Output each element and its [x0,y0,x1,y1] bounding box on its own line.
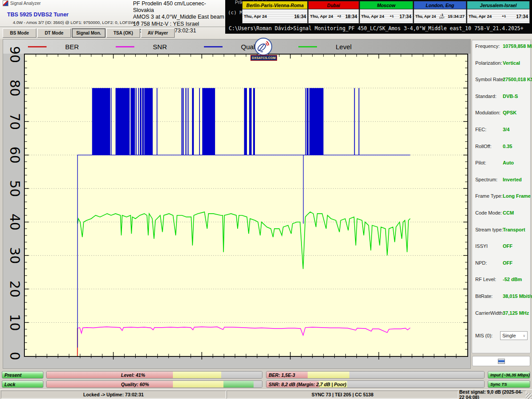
clock-time: 18:34 [345,14,357,19]
satellite-dish-icon [254,38,272,55]
present-label: Present [4,372,22,378]
meter-segment-track [349,372,484,378]
mis-select[interactable]: Single ∨ [500,331,528,340]
meter-segment-track [347,381,484,387]
param-value: -52 dBm [503,277,522,282]
param-row: BitRate:38,015 Mbit/s [475,293,530,310]
present-indicator: Present [2,371,43,379]
param-value: 37,125 MHz [503,310,529,316]
snr-meter-label: SNR: 8,2 dB (Margin: 2,7 dB | Poor) [269,382,346,387]
meter-segment-yellow [173,381,223,387]
param-label: RollOff: [475,144,503,149]
param-label: Polarization: [475,60,503,66]
mis-selected-value: Single [502,333,516,338]
param-label: Spectrum: [475,177,503,182]
param-value: OFF [503,260,512,266]
clock-time: 17:34 [516,14,528,19]
clock-time: 16:34 [294,14,306,19]
signal-meters: Present Lock Level: 41% Quality: 60% BER… [0,371,532,389]
y-axis-label: 0 [7,352,23,360]
y-axis-label: 30 [7,247,23,264]
console-command-line[interactable]: C:\Users\Roman Dávid>Signal Monitoring_P… [229,25,524,31]
quality-meter-label: Quality: 60% [121,382,149,387]
param-row: Stream type:Transport [475,227,530,244]
lock-indicator: Lock [2,380,43,388]
mis-row: MIS (0): Single ∨ [475,331,528,340]
meter-segment-pink [47,372,173,378]
meter-segment-green [223,381,254,387]
meter-segment-yellow [173,372,221,378]
param-row: NPD:OFF [475,260,530,277]
status-best-signal: Best signal: 9,0 dB (2025-04-22 04:08) [459,391,526,399]
tab-tsa[interactable]: TSA (OK) [106,28,140,38]
clock-city-label: Dubai [308,1,359,9]
param-value: Inverted [503,177,522,182]
clock-berlin: Berlin-Paris-Vienna-Roma Thu, Apr 24 16:… [242,1,308,23]
y-axis-label: 70 [7,113,23,130]
tab-bs-mode[interactable]: BS Mode [3,28,36,38]
quality-meter: Quality: 60% [46,380,262,388]
param-value: DVB-S [503,94,518,99]
ber-meter: BER: 1,5E-3 [266,371,485,379]
param-row: RF Level:-52 dBm [475,277,530,293]
clock-city-label: London, Eng [414,1,466,9]
clock-moscow: Moscow Thu, Apr 24 +1 17:34 [360,1,414,23]
param-label: FEC: [475,127,503,132]
param-label: Symbol Rate: [475,77,503,82]
tab-dt-mode[interactable]: DT Mode [37,28,71,38]
clock-city-label: Berlin-Paris-Vienna-Roma [242,1,308,9]
snr-meter: SNR: 8,2 dB (Margin: 2,7 dB | Poor) [266,380,485,388]
clock-london: London, Eng Thu, Apr 24 -1DST 15:34:27 [414,1,467,23]
param-value: 10759,858 MHz [503,43,532,49]
param-row: Symbol Rate:27500,018 KS/s [475,77,530,94]
save-button[interactable] [472,356,530,366]
window-titlebar: Signal Analyzer [3,0,41,6]
param-label: Frequency: [475,43,503,49]
param-value: 0.35 [503,144,512,149]
param-label: BitRate: [475,293,503,299]
header-divider [0,27,225,27]
clock-time-row: Thu, Apr 24 +1 17:34 [467,9,530,23]
param-label: CarrierWidth: [475,310,503,316]
y-axis-label: 80 [7,79,23,96]
param-row: FEC:3/4 [475,127,530,144]
tab-signal-mon[interactable]: Signal Mon. [72,28,106,38]
mode-tabbar: BS Mode DT Mode Signal Mon. TSA (OK) AV … [3,28,175,38]
param-row: ISSYIOFF [475,243,530,260]
y-axis-label: 40 [7,214,23,231]
resize-grip[interactable] [526,393,532,399]
param-label: Standard: [475,94,503,99]
tuner-settings: 4.0W - Amos 3/7 (ID: 3560) @ LOF1: 97500… [13,20,139,25]
console-copyright-fragment: (c) M [228,10,243,16]
param-value: 3/4 [503,127,509,132]
tab-av-player[interactable]: AV Player [141,28,175,38]
param-value: 38,015 Mbit/s [503,293,532,299]
param-label: Code Mode: [475,210,503,215]
param-label: ISSYI [475,243,503,249]
clock-date: Thu, Apr 24 [469,14,492,19]
status-bar: Locked -> Uptime: 73:02:31 SYNC 73 | TEI… [0,389,532,399]
clock-offset: +1 [502,15,506,18]
input-label: Input (~36,35 Mbps) [490,372,530,377]
signal-monitor-chart: BER SNR Quality Level 010203040506070809… [3,39,471,369]
y-axis-label: 90 [7,46,23,63]
param-row: Code Mode:CCM [475,210,530,227]
level-meter-label: Level: 41% [121,372,145,378]
param-label: NPD: [475,260,503,266]
app-title: Signal Analyzer [10,1,41,6]
clock-date: Thu, Apr 24 [310,14,333,19]
param-row: CarrierWidth:37,125 MHz [475,310,530,327]
param-value: Transport [503,227,525,232]
dxsatcs-logo: DXSATCS.COM [250,38,278,62]
param-label: Stream type: [475,227,503,232]
y-axis-label: 60 [7,147,23,164]
parameters-panel: Frequency:10759,858 MHz Polarization:Ver… [472,39,531,369]
clock-time: 17:34 [399,14,411,19]
clock-jerusalem: Jerusalem-Israel Thu, Apr 24 +1 17:34 [467,1,530,23]
logo-banner: DXSATCS.COM [250,55,277,61]
param-label: Pilot: [475,160,503,165]
clock-time-row: Thu, Apr 24 +1 17:34 [360,9,413,23]
status-sync-counters: SYNC 73 | TEI 205 | CC 5138 [227,391,458,399]
tuner-name: TBS 5925 DVBS2 Tuner [7,12,69,18]
clock-city-label: Moscow [360,1,413,9]
